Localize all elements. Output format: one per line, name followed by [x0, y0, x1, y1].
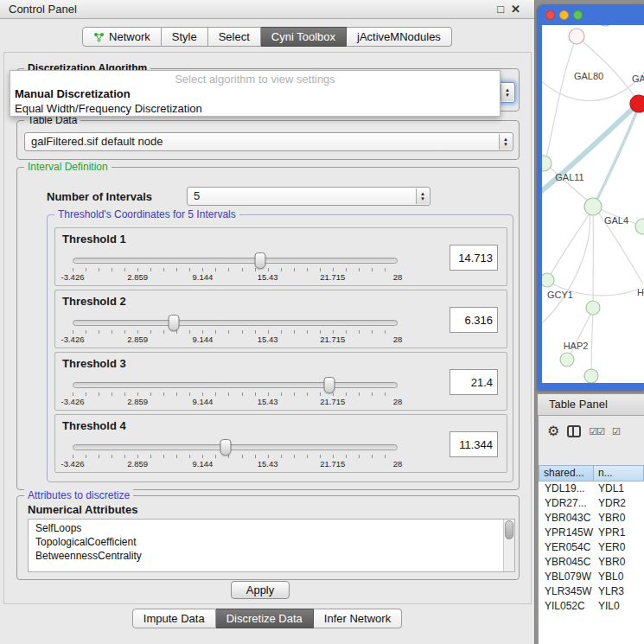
table-cell[interactable]: YBL0	[594, 570, 644, 584]
table-panel-titlebar[interactable]: Table Panel	[538, 393, 644, 416]
table-cell[interactable]: YBL079W	[539, 570, 594, 584]
gear-icon[interactable]: ⚙	[547, 424, 559, 439]
slider-track[interactable]	[73, 382, 398, 388]
table-cell[interactable]: YBR0	[594, 555, 644, 570]
slider-ticks	[73, 330, 398, 334]
table-row[interactable]: YER054CYER0	[539, 540, 644, 555]
slider-track[interactable]	[73, 444, 398, 450]
tab-discretize-data[interactable]: Discretize Data	[216, 609, 314, 628]
table-row[interactable]: YBR045CYBR0	[539, 555, 644, 570]
slider-thumb[interactable]	[220, 439, 231, 456]
tab-label: Discretize Data	[226, 612, 303, 625]
column-header-name[interactable]: n...	[594, 465, 644, 481]
table-cell[interactable]: YLR3	[594, 584, 644, 599]
table-cell[interactable]: YPR1	[594, 526, 644, 540]
tab-style[interactable]: Style	[162, 27, 208, 47]
table-cell[interactable]: YDR27...	[539, 496, 594, 511]
table-cell[interactable]: YDL19...	[539, 481, 594, 496]
table-cell[interactable]: YLR345W	[539, 584, 594, 599]
table-data-group: Table Data galFiltered.sif default node …	[16, 120, 520, 160]
thresholds-group-label: Threshold's Coordinates for 5 Intervals	[54, 208, 239, 220]
attribute-list-item[interactable]: SelfLoops	[29, 521, 502, 535]
network-view-window[interactable]: GAL80 GA GAL11 GAL4 GCY1 H HAP2	[538, 4, 644, 390]
network-node[interactable]	[597, 25, 613, 26]
table-row[interactable]: YDR27...YDR2	[539, 496, 644, 511]
network-node[interactable]	[635, 219, 644, 234]
stepper-up-icon: ▲	[503, 137, 508, 142]
table-row[interactable]: YDL19...YDL1	[539, 481, 644, 496]
network-node[interactable]	[569, 29, 584, 44]
scrollbar-thumb[interactable]	[505, 520, 513, 539]
network-node[interactable]	[560, 353, 574, 367]
interval-definition-group: Interval Definition Number of Intervals …	[16, 167, 520, 490]
table-row[interactable]: YBL079WYBL0	[539, 570, 644, 584]
combo-stepper-icon[interactable]: ▲ ▼	[501, 84, 513, 101]
number-of-intervals-combobox[interactable]: 5 ▲ ▼	[187, 187, 430, 206]
table-cell[interactable]: YBR045C	[539, 555, 594, 570]
table-data-combobox[interactable]: galFiltered.sif default node ▲ ▼	[24, 132, 513, 151]
select-checkbox-icon[interactable]: ☑	[612, 424, 620, 439]
close-traffic-light-icon[interactable]	[545, 10, 555, 20]
table-cell[interactable]: YPR145W	[539, 526, 594, 540]
table-row[interactable]: YLR345WYLR3	[539, 584, 644, 599]
node-label: H	[637, 287, 644, 297]
table-cell[interactable]: YDR2	[594, 496, 644, 511]
tab-cyni-toolbox[interactable]: Cyni Toolbox	[261, 27, 347, 47]
list-scrollbar[interactable]	[503, 520, 514, 571]
control-panel-titlebar[interactable]: Control Panel □ ✕	[0, 0, 534, 19]
table-cell[interactable]: YBR0	[594, 511, 644, 526]
network-node[interactable]	[542, 273, 554, 287]
network-node-selected[interactable]	[630, 95, 644, 112]
slider-tick-labels: -3.4262.8599.14415.4321.71528	[73, 335, 398, 344]
tab-network[interactable]: Network	[82, 27, 162, 47]
attribute-list-item[interactable]: TopologicalCoefficient	[29, 535, 502, 549]
numerical-attributes-listbox[interactable]: SelfLoopsTopologicalCoefficientBetweenne…	[28, 519, 515, 572]
table-cell[interactable]: YIL0	[594, 599, 644, 614]
apply-button[interactable]: Apply	[231, 581, 290, 599]
threshold-slider[interactable]: -3.4262.8599.14415.4321.71528	[73, 377, 398, 408]
dropdown-item-manual-discretization[interactable]: Manual Discretization	[10, 86, 500, 101]
network-node[interactable]	[584, 369, 598, 383]
attribute-list-item[interactable]: BetweennessCentrality	[29, 549, 502, 563]
column-header-shared-name[interactable]: shared...	[539, 465, 594, 481]
table-cell[interactable]: YIL052C	[539, 599, 594, 614]
table-cell[interactable]: YBR043C	[539, 511, 594, 526]
network-node[interactable]	[586, 301, 600, 315]
columns-icon[interactable]	[567, 425, 581, 437]
table-row[interactable]: YPR145WYPR1	[539, 526, 644, 540]
slider-thumb[interactable]	[254, 252, 265, 269]
table-cell[interactable]: YDL1	[594, 481, 644, 496]
table-row[interactable]: YBR043CYBR0	[539, 511, 644, 526]
threshold-value-input[interactable]	[450, 245, 498, 271]
network-canvas[interactable]: GAL80 GA GAL11 GAL4 GCY1 H HAP2	[542, 25, 644, 383]
tab-select[interactable]: Select	[208, 27, 261, 47]
threshold-value-input[interactable]	[450, 431, 498, 457]
dropdown-placeholder: Select algorithm to view settings	[10, 71, 500, 86]
select-all-checkbox-icon[interactable]: ☑☑	[589, 424, 604, 439]
slider-track[interactable]	[73, 320, 398, 326]
table-cell[interactable]: YER054C	[539, 540, 594, 555]
tab-jactivemnodules[interactable]: jActiveMNodules	[347, 27, 452, 47]
minimize-traffic-light-icon[interactable]	[559, 10, 569, 20]
zoom-traffic-light-icon[interactable]	[573, 10, 583, 20]
threshold-value-input[interactable]	[450, 369, 498, 395]
minimize-icon[interactable]: □	[497, 3, 504, 16]
close-icon[interactable]: ✕	[511, 3, 520, 16]
threshold-value-input[interactable]	[450, 307, 498, 333]
combo-stepper-icon[interactable]: ▲ ▼	[416, 188, 429, 204]
dropdown-item-equal-width-frequency[interactable]: Equal Width/Frequency Discretization	[10, 101, 500, 116]
table-cell[interactable]: YER0	[594, 540, 644, 555]
network-node[interactable]	[542, 156, 552, 171]
slider-thumb[interactable]	[324, 377, 335, 393]
network-node[interactable]	[584, 198, 602, 215]
slider-thumb[interactable]	[168, 315, 179, 331]
slider-track[interactable]	[73, 258, 398, 264]
tab-impute-data[interactable]: Impute Data	[132, 609, 216, 628]
threshold-slider[interactable]: -3.4262.8599.14415.4321.71528	[73, 252, 398, 284]
table-row[interactable]: YIL052CYIL0	[539, 599, 644, 614]
threshold-slider[interactable]: -3.4262.8599.14415.4321.71528	[73, 439, 398, 470]
tab-infer-network[interactable]: Infer Network	[314, 609, 402, 628]
threshold-slider[interactable]: -3.4262.8599.14415.4321.71528	[73, 315, 398, 346]
combo-stepper-icon[interactable]: ▲ ▼	[499, 134, 512, 150]
node-label: GAL4	[604, 215, 628, 226]
